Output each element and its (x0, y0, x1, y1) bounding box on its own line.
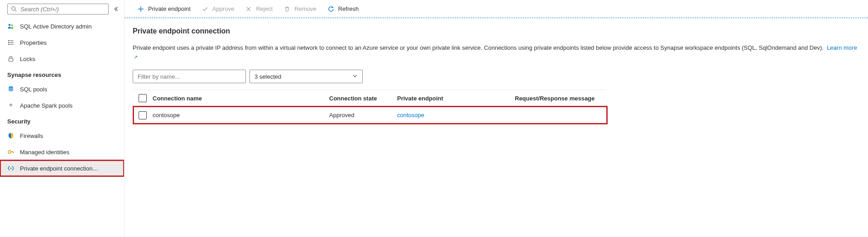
svg-rect-7 (10, 42, 14, 43)
collapse-sidebar-button[interactable] (111, 5, 120, 14)
cell-connection-state: Approved (329, 112, 397, 118)
remove-button[interactable]: Remove (279, 2, 321, 16)
users-icon (7, 23, 14, 30)
svg-point-3 (11, 24, 13, 26)
trash-icon (283, 5, 291, 13)
reject-button[interactable]: Reject (240, 2, 277, 16)
select-all-checkbox[interactable] (139, 94, 147, 102)
sidebar-item-sql-ad-admin[interactable]: SQL Active Directory admin (0, 18, 124, 34)
sql-pools-icon (7, 85, 14, 93)
search-input[interactable] (20, 6, 106, 13)
filter-name-input[interactable] (138, 73, 241, 80)
key-icon (7, 148, 14, 156)
svg-point-13 (10, 167, 11, 169)
spark-icon (7, 102, 14, 109)
sidebar-item-firewalls[interactable]: Firewalls (0, 128, 124, 144)
sidebar-item-label: Private endpoint connection… (20, 165, 98, 172)
col-header-name[interactable]: Connection name (153, 95, 329, 102)
plus-icon (137, 5, 144, 13)
sidebar-group-synapse: Synapse resources (0, 67, 124, 81)
col-header-pe[interactable]: Private endpoint (397, 95, 515, 102)
toolbar-label: Refresh (338, 5, 359, 12)
shield-icon (7, 132, 14, 139)
svg-point-2 (9, 24, 10, 26)
sidebar-item-label: SQL Active Directory admin (20, 23, 91, 30)
svg-rect-4 (8, 40, 10, 41)
properties-icon (7, 39, 14, 46)
svg-point-12 (8, 151, 11, 153)
main-content: Private endpoint Approve Reject Remove (125, 0, 868, 237)
add-private-endpoint-button[interactable]: Private endpoint (133, 2, 195, 16)
sidebar-group-security: Security (0, 114, 124, 128)
svg-point-0 (12, 7, 15, 10)
sidebar-item-label: Locks (20, 56, 35, 62)
sidebar-nav[interactable]: SQL Active Directory admin Properties Lo… (0, 18, 124, 237)
filter-select-value: 3 selected (254, 73, 281, 80)
table-row[interactable]: contosope Approved contosope (133, 107, 606, 124)
table-header-row: Connection name Connection state Private… (133, 90, 606, 107)
state-filter-select[interactable]: 3 selected (249, 70, 363, 83)
svg-rect-6 (8, 42, 10, 43)
x-icon (245, 5, 252, 13)
sidebar-item-properties[interactable]: Properties (0, 34, 124, 51)
toolbar-label: Remove (294, 5, 316, 12)
external-link-icon: ↗ (134, 54, 138, 60)
page-title: Private endpoint connection (133, 27, 860, 35)
cell-connection-name: contosope (153, 112, 329, 118)
search-input-wrapper[interactable] (7, 4, 109, 14)
sidebar-item-managed-identities[interactable]: Managed identities (0, 144, 124, 160)
chevron-down-icon (352, 73, 358, 80)
refresh-button[interactable]: Refresh (323, 2, 364, 16)
sidebar-item-private-endpoint[interactable]: Private endpoint connection… (0, 160, 124, 176)
private-endpoint-icon (7, 165, 14, 172)
search-icon (10, 5, 18, 13)
check-icon (201, 5, 209, 13)
svg-rect-5 (10, 40, 14, 41)
filter-name-input-wrapper[interactable] (133, 70, 246, 83)
lock-icon (7, 55, 14, 62)
sidebar-item-label: Apache Spark pools (20, 102, 72, 109)
svg-rect-10 (9, 58, 13, 62)
svg-line-1 (15, 10, 17, 12)
sidebar-item-spark-pools[interactable]: Apache Spark pools (0, 97, 124, 114)
toolbar-label: Reject (256, 5, 273, 12)
svg-rect-8 (8, 44, 10, 45)
svg-rect-9 (10, 44, 14, 45)
connections-table: Connection name Connection state Private… (133, 90, 606, 124)
sidebar-item-label: Properties (20, 39, 47, 46)
sidebar-item-label: Managed identities (20, 149, 69, 156)
sidebar-item-label: SQL pools (20, 86, 47, 93)
command-bar: Private endpoint Approve Reject Remove (125, 0, 868, 18)
col-header-state[interactable]: Connection state (329, 95, 397, 102)
refresh-icon (327, 5, 335, 13)
approve-button[interactable]: Approve (197, 2, 239, 16)
sidebar-item-sql-pools[interactable]: SQL pools (0, 81, 124, 97)
col-header-msg[interactable]: Request/Response message (515, 95, 606, 102)
page-description: Private endpoint uses a private IP addre… (133, 43, 857, 62)
private-endpoint-link[interactable]: contosope (397, 112, 424, 118)
sidebar-item-label: Firewalls (20, 133, 43, 139)
sidebar: SQL Active Directory admin Properties Lo… (0, 0, 125, 237)
toolbar-label: Private endpoint (148, 5, 191, 12)
toolbar-label: Approve (212, 5, 234, 12)
row-checkbox[interactable] (139, 111, 147, 119)
sidebar-item-locks[interactable]: Locks (0, 51, 124, 67)
